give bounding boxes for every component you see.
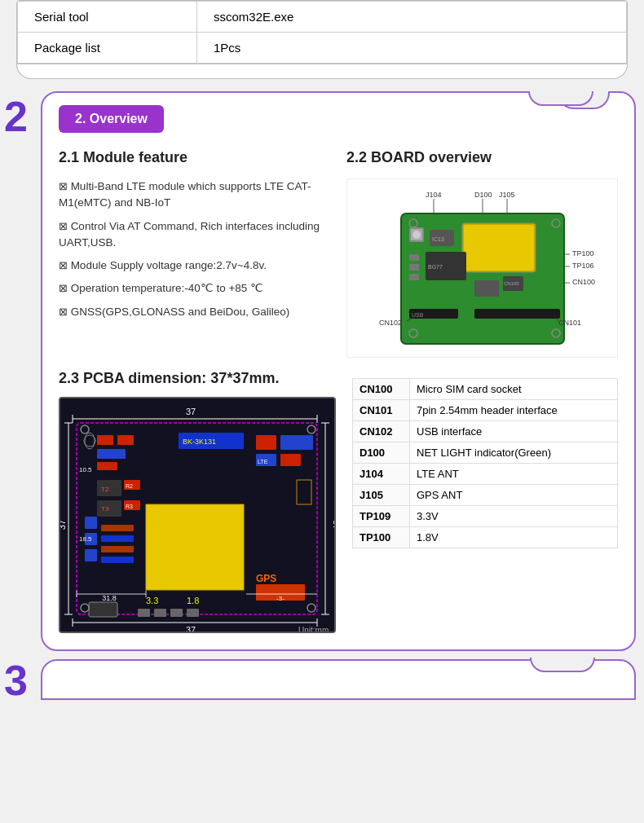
component-label: J105 xyxy=(353,485,410,506)
feature-item: Multi-Band LTE module which supports LTE… xyxy=(59,178,330,212)
svg-text:37: 37 xyxy=(186,407,196,416)
feature-item: GNSS(GPS,GLONASS and BeiDou, Galileo) xyxy=(59,304,330,320)
svg-text:Unit:mm: Unit:mm xyxy=(298,626,329,633)
component-label: TP109 xyxy=(353,506,410,527)
sim-slot-inner xyxy=(464,225,534,271)
component-table-row: CN102USB interface xyxy=(353,421,618,442)
package-list-label: Package list xyxy=(18,33,197,64)
svg-rect-44 xyxy=(85,549,97,561)
svg-text:USB: USB xyxy=(412,312,424,318)
serial-tool-label: Serial tool xyxy=(18,2,197,33)
small-comp-2 xyxy=(409,264,419,271)
top-section-bottom-curve xyxy=(16,64,628,79)
component-table-row: J104LTE ANT xyxy=(353,464,618,485)
pcba-title: 2.3 PCBA dimension: 37*37mm. xyxy=(59,370,336,387)
component-table-row: CN1017pin 2.54mm header interface xyxy=(353,400,618,421)
overview-header: 2. Overview xyxy=(59,105,164,133)
component-table-row: CN100Micro SIM card socket xyxy=(353,379,618,400)
header-connector xyxy=(474,309,560,319)
svg-text:T3: T3 xyxy=(101,505,109,513)
svg-text:3.3: 3.3 xyxy=(146,596,158,605)
table-row: Package list 1Pcs xyxy=(18,33,627,64)
top-table: Serial tool sscom32E.exe Package list 1P… xyxy=(17,1,627,64)
section-2-card: 2. Overview 2.1 Module feature Multi-Ban… xyxy=(41,91,636,651)
board-image: J104 D100 J105 xyxy=(346,178,618,358)
component-desc: USB interface xyxy=(410,421,618,442)
svg-rect-53 xyxy=(280,454,301,466)
table-row: Serial tool sscom32E.exe xyxy=(18,2,627,33)
bottom-row: 2.3 PCBA dimension: 37*37mm. 37 xyxy=(59,370,618,633)
svg-text:18.5: 18.5 xyxy=(79,535,92,543)
component-desc: Micro SIM card socket xyxy=(410,379,618,400)
component-desc: 7pin 2.54mm header interface xyxy=(410,400,618,421)
svg-text:R2: R2 xyxy=(126,483,133,489)
comp-bottom xyxy=(474,280,499,297)
svg-rect-42 xyxy=(85,517,97,529)
component-label: CN101 xyxy=(353,400,410,421)
svg-rect-46 xyxy=(101,535,134,542)
card-top-notch xyxy=(528,91,593,106)
component-circle xyxy=(412,231,421,239)
s3-top-notch xyxy=(530,658,595,672)
component-desc: GPS ANT xyxy=(410,485,618,506)
j104-label: J104 xyxy=(426,191,442,199)
component-table: CN100Micro SIM card socketCN1017pin 2.54… xyxy=(352,378,618,548)
small-comp-3 xyxy=(409,274,419,280)
svg-rect-50 xyxy=(280,435,313,450)
svg-text:BK-3K131: BK-3K131 xyxy=(183,438,216,446)
board-overview-title: 2.2 BOARD overview xyxy=(346,149,618,166)
module-feature-title: 2.1 Module feature xyxy=(59,149,330,166)
tp100-label: TP100 xyxy=(572,249,594,257)
j105-label: J105 xyxy=(499,191,515,199)
component-label: CN100 xyxy=(353,379,410,400)
component-table-row: TP1001.8V xyxy=(353,527,618,548)
section-3-number: 3 xyxy=(4,659,28,702)
feature-item: Control Via AT Command, Rich interfaces … xyxy=(59,218,330,252)
svg-text:R3: R3 xyxy=(126,504,133,509)
pcba-panel: 2.3 PCBA dimension: 37*37mm. 37 xyxy=(59,370,336,633)
svg-text:IC13: IC13 xyxy=(432,236,444,242)
component-label: CN102 xyxy=(353,421,410,442)
svg-text:1.8: 1.8 xyxy=(187,596,199,605)
svg-text:CN100: CN100 xyxy=(504,281,519,286)
svg-text:-3-: -3- xyxy=(276,595,285,602)
section-2-number: 2 xyxy=(4,95,28,138)
d100-label: D100 xyxy=(474,191,492,199)
svg-text:37: 37 xyxy=(186,625,196,633)
svg-rect-65 xyxy=(170,609,183,617)
svg-rect-49 xyxy=(256,435,276,450)
svg-text:10.5: 10.5 xyxy=(79,466,92,473)
tp106-label: TP106 xyxy=(572,262,594,270)
feature-item: Operation temperature:-40℃ to +85 ℃ xyxy=(59,280,330,297)
serial-tool-value: sscom32E.exe xyxy=(197,2,627,33)
two-column-layout: 2.1 Module feature Multi-Band LTE module… xyxy=(59,149,618,358)
section-2-wrapper: 2 2. Overview 2.1 Module feature Multi-B… xyxy=(8,91,636,651)
section-3-preview: 3 xyxy=(8,659,636,700)
svg-text:31.8: 31.8 xyxy=(102,594,117,602)
component-table-row: TP1093.3V xyxy=(353,506,618,527)
svg-rect-31 xyxy=(117,435,134,445)
feature-list: Multi-Band LTE module which supports LTE… xyxy=(59,178,330,320)
board-overview-col: 2.2 BOARD overview J104 D100 J105 xyxy=(346,149,618,358)
component-table-panel: CN100Micro SIM card socketCN1017pin 2.54… xyxy=(352,370,618,633)
cn102-label: CN102 xyxy=(379,319,402,327)
component-label: TP100 xyxy=(353,527,410,548)
package-list-value: 1Pcs xyxy=(197,33,627,64)
feature-item: Module Supply voltage range:2.7v~4.8v. xyxy=(59,257,330,274)
svg-rect-45 xyxy=(101,525,134,531)
component-desc: NET LIGHT indicator(Green) xyxy=(410,442,618,464)
pcba-svg: 37 37 37 xyxy=(60,398,336,633)
svg-text:BG77: BG77 xyxy=(428,264,443,270)
svg-text:37: 37 xyxy=(332,520,336,530)
svg-rect-47 xyxy=(101,546,134,552)
svg-rect-64 xyxy=(154,609,166,617)
cn100-r-label: CN100 xyxy=(572,278,595,286)
page-wrapper: Serial tool sscom32E.exe Package list 1P… xyxy=(0,0,644,700)
svg-rect-67 xyxy=(89,602,117,617)
board-svg: J104 D100 J105 xyxy=(356,183,609,354)
svg-rect-66 xyxy=(187,609,199,617)
component-table-row: D100NET LIGHT indicator(Green) xyxy=(353,442,618,464)
svg-rect-32 xyxy=(97,449,126,459)
svg-rect-63 xyxy=(138,609,150,617)
component-label: J104 xyxy=(353,464,410,485)
